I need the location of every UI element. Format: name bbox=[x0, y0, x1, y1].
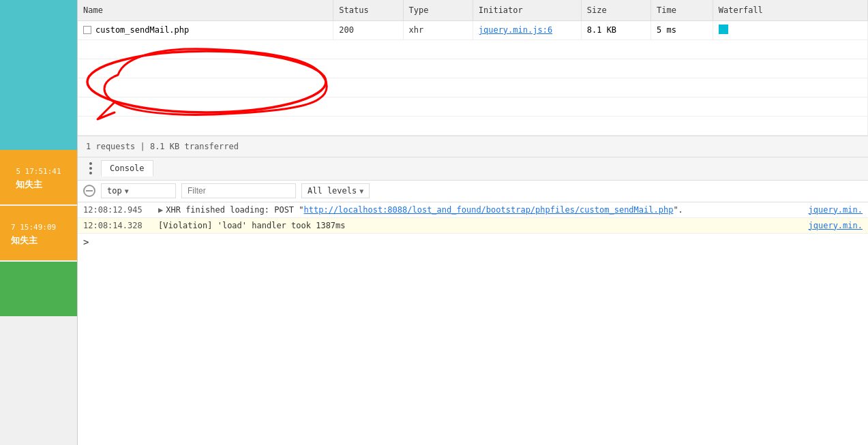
col-header-type[interactable]: Type bbox=[403, 0, 473, 20]
network-footer: 1 requests | 8.1 KB transferred bbox=[78, 136, 868, 157]
context-dropdown-arrow: ▼ bbox=[125, 187, 129, 195]
col-header-initiator[interactable]: Initiator bbox=[473, 0, 581, 20]
sidebar-top-blue bbox=[0, 0, 77, 150]
table-header-row: Name Status Type Initiator Size Time Wat… bbox=[78, 0, 868, 20]
msg-prefix-1: XHR finished loading: POST " bbox=[166, 205, 303, 215]
row-checkbox[interactable] bbox=[83, 26, 91, 34]
footer-text: 1 requests | 8.1 KB transferred bbox=[86, 142, 239, 151]
msg-content-1: XHR finished loading: POST "http://local… bbox=[166, 205, 803, 215]
console-menu-icon[interactable] bbox=[83, 161, 98, 176]
prompt-arrow[interactable]: > bbox=[83, 236, 89, 247]
console-message-2: 12:08:14.328 [Violation] 'load' handler … bbox=[78, 218, 868, 234]
msg-suffix-1: ". bbox=[673, 205, 683, 215]
empty-row-4 bbox=[78, 97, 868, 116]
waterfall-bar bbox=[719, 25, 728, 34]
sidebar-green bbox=[0, 262, 77, 316]
col-header-name[interactable]: Name bbox=[78, 0, 333, 20]
level-dropdown-arrow: ▼ bbox=[359, 187, 363, 195]
empty-row-1 bbox=[78, 40, 868, 59]
msg-time-1: 12:08:12.945 bbox=[83, 205, 158, 215]
status-cell: 200 bbox=[333, 20, 403, 40]
console-tab[interactable]: Console bbox=[101, 160, 153, 177]
dot-2 bbox=[89, 167, 92, 170]
console-messages: 12:08:12.945 ▶ XHR finished loading: POS… bbox=[78, 202, 868, 446]
console-section: Console top ▼ All levels ▼ 12:08:12.945 … bbox=[78, 157, 868, 446]
msg-source-1[interactable]: jquery.min. bbox=[809, 205, 863, 215]
col-header-waterfall[interactable]: Waterfall bbox=[713, 0, 867, 20]
size-cell: 8.1 KB bbox=[581, 20, 650, 40]
sidebar-card-1[interactable]: 5 17:51:41 知失主 bbox=[0, 150, 77, 204]
network-panel: Name Status Type Initiator Size Time Wat… bbox=[78, 0, 868, 136]
dot-3 bbox=[89, 172, 92, 174]
file-name-cell[interactable]: custom_sendMail.php bbox=[78, 20, 333, 40]
console-filter-input[interactable] bbox=[181, 183, 296, 198]
clear-console-icon[interactable] bbox=[83, 185, 95, 197]
col-header-size[interactable]: Size bbox=[581, 0, 650, 20]
initiator-cell[interactable]: jquery.min.js:6 bbox=[473, 20, 581, 40]
console-message-1: 12:08:12.945 ▶ XHR finished loading: POS… bbox=[78, 202, 868, 218]
sidebar-label-1: 知失主 bbox=[10, 179, 66, 191]
msg-link-1[interactable]: http://localhost:8088/lost_and_found/boo… bbox=[304, 205, 674, 215]
sidebar-time-1: 5 17:51:41 bbox=[10, 164, 66, 179]
msg-expand-1[interactable]: ▶ bbox=[158, 205, 163, 215]
type-cell: xhr bbox=[403, 20, 473, 40]
console-toolbar: top ▼ All levels ▼ bbox=[78, 181, 868, 202]
context-label: top bbox=[107, 186, 122, 196]
sidebar-time-2: 7 15:49:09 bbox=[5, 220, 61, 234]
empty-row-2 bbox=[78, 59, 868, 78]
col-header-time[interactable]: Time bbox=[650, 0, 713, 20]
sidebar-label-2: 知失主 bbox=[5, 234, 43, 247]
empty-row-3 bbox=[78, 78, 868, 97]
initiator-link[interactable]: jquery.min.js:6 bbox=[479, 25, 552, 35]
console-tab-bar: Console bbox=[78, 157, 868, 181]
level-selector[interactable]: All levels ▼ bbox=[301, 183, 370, 198]
empty-row-5 bbox=[78, 116, 868, 135]
time-cell: 5 ms bbox=[650, 20, 713, 40]
sidebar-card-2[interactable]: 7 15:49:09 知失主 bbox=[0, 206, 77, 260]
dot-1 bbox=[89, 162, 92, 165]
waterfall-cell bbox=[713, 20, 867, 40]
file-name: custom_sendMail.php bbox=[95, 25, 189, 35]
msg-time-2: 12:08:14.328 bbox=[83, 221, 158, 230]
msg-source-2[interactable]: jquery.min. bbox=[809, 221, 863, 230]
network-table: Name Status Type Initiator Size Time Wat… bbox=[78, 0, 868, 136]
sidebar: 5 17:51:41 知失主 7 15:49:09 知失主 bbox=[0, 0, 77, 445]
console-prompt[interactable]: > bbox=[78, 234, 868, 250]
col-header-status[interactable]: Status bbox=[333, 0, 403, 20]
devtools-panel: Name Status Type Initiator Size Time Wat… bbox=[77, 0, 868, 445]
context-selector[interactable]: top ▼ bbox=[101, 183, 176, 198]
msg-content-2: [Violation] 'load' handler took 1387ms bbox=[158, 221, 803, 230]
level-label: All levels bbox=[308, 186, 357, 196]
table-row[interactable]: custom_sendMail.php 200 xhr jquery.min.j… bbox=[78, 20, 868, 40]
